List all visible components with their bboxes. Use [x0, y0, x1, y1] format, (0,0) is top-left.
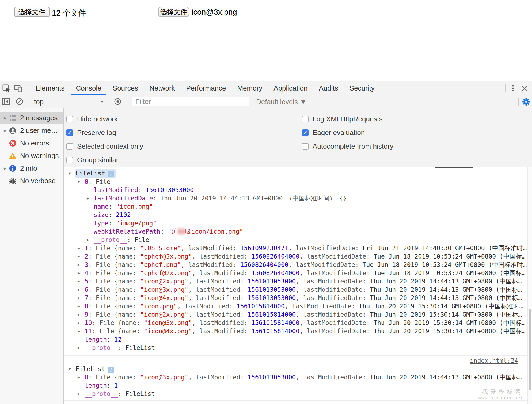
tree-collapse-icon[interactable]: ▼	[69, 365, 71, 373]
live-expression-eye-icon[interactable]	[113, 97, 122, 106]
console-row: ▶__proto__: FileList	[64, 344, 532, 352]
checkbox-label[interactable]: Group similar	[77, 156, 119, 164]
clear-console-icon[interactable]	[15, 97, 24, 106]
choose-files-button[interactable]: 选择文件	[14, 7, 50, 17]
choose-file-button[interactable]: 选择文件	[158, 7, 189, 17]
tree-expand-icon[interactable]: ▶	[78, 286, 80, 294]
setting-row-selected-context-only: Selected context only	[66, 143, 143, 150]
console-entry: index.html:24▼FileListi▶0: File {name: "…	[64, 357, 532, 401]
scrollbar-thumb[interactable]	[529, 309, 531, 390]
console-row: ▶__proto__: File	[64, 236, 532, 244]
filter-input[interactable]: Filter	[132, 97, 249, 106]
watermark-line2: www.5imoban.net	[478, 395, 523, 401]
close-devtools-icon[interactable]	[520, 84, 529, 93]
tab-elements[interactable]: Elements	[30, 81, 70, 95]
tree-expand-icon[interactable]: ▶	[78, 261, 80, 269]
devtools-tabs: ElementsConsoleSourcesNetworkPerformance…	[30, 81, 380, 95]
expander-arrow-icon[interactable]: ▶	[2, 116, 9, 120]
tab-label: Memory	[237, 84, 262, 92]
console-row: ▶10: File {name: "icon@3x.png", lastModi…	[64, 319, 532, 327]
console-entry: ▼FileListi▼0: FilelastModified: 15610130…	[64, 169, 532, 356]
info-icon	[9, 164, 17, 173]
tree-expand-icon[interactable]: ▶	[78, 302, 80, 311]
tab-label: Sources	[113, 84, 138, 92]
tree-expand-icon[interactable]: ▶	[78, 373, 80, 381]
tab-memory[interactable]: Memory	[231, 81, 268, 95]
checkbox-eager-evaluation[interactable]: ✓	[302, 129, 309, 136]
tab-sources[interactable]: Sources	[107, 81, 144, 95]
console-settings-panel: Hide network✓Preserve logSelected contex…	[64, 108, 532, 167]
checkbox-group-similar[interactable]	[66, 157, 73, 163]
sidebar-item-no-errors[interactable]: No errors	[0, 137, 63, 149]
console-main: Hide network✓Preserve logSelected contex…	[64, 108, 532, 404]
checkbox-autocomplete-from-history[interactable]	[302, 143, 309, 150]
console-row: ▶2: File {name: "cphcf@3x.png", lastModi…	[64, 252, 532, 261]
tree-expand-icon[interactable]: ▶	[78, 327, 80, 335]
tree-expand-icon[interactable]: ▶	[87, 194, 89, 203]
tab-network[interactable]: Network	[144, 81, 180, 95]
console-settings-gear-icon[interactable]	[522, 98, 530, 106]
checkbox-label[interactable]: Selected context only	[77, 142, 143, 151]
tree-expand-icon[interactable]: ▶	[87, 236, 89, 244]
more-options-icon[interactable]	[509, 84, 518, 93]
tree-expand-icon[interactable]: ▶	[78, 311, 80, 319]
checkbox-label[interactable]: Hide network	[77, 115, 118, 123]
setting-row-log-xmlhttprequests: Log XMLHttpRequests	[302, 116, 393, 122]
tree-expand-icon[interactable]: ▶	[78, 269, 80, 277]
tree-collapse-icon[interactable]: ▼	[69, 169, 71, 178]
tree-expand-icon[interactable]: ▶	[78, 252, 80, 261]
tree-expand-icon[interactable]: ▶	[78, 319, 80, 327]
tab-label: Audits	[319, 84, 338, 92]
sidebar-item-label: 2 user messages	[20, 126, 61, 135]
tab-application[interactable]: Application	[268, 81, 313, 95]
devtools-body: ▶2 messages▶2 user messagesNo errorsNo w…	[0, 108, 532, 404]
checkbox-log-xmlhttprequests[interactable]	[302, 116, 309, 122]
tree-expand-icon[interactable]: ▶	[78, 244, 80, 252]
console-row: ▶__proto__: FileList	[64, 390, 532, 398]
user-icon	[9, 126, 17, 135]
expander-arrow-icon[interactable]: ▶	[2, 129, 9, 133]
checkbox-selected-context-only[interactable]	[66, 143, 73, 150]
setting-row-preserve-log: ✓Preserve log	[66, 129, 143, 136]
console-row: ▶7: File {name: "icon@4x.png", lastModif…	[64, 294, 532, 302]
sidebar-item-no-warnings[interactable]: No warnings	[0, 149, 63, 162]
show-console-sidebar-icon[interactable]	[2, 97, 10, 106]
console-row: ▶6: File {name: "icon@3x.png", lastModif…	[64, 286, 532, 294]
checkbox-label[interactable]: Eager evaluation	[313, 129, 365, 137]
tab-console[interactable]: Console	[70, 81, 107, 95]
sidebar-item-2-messages[interactable]: ▶2 messages	[0, 112, 63, 124]
console-row: length: 12	[64, 335, 532, 344]
tree-collapse-icon[interactable]: ▼	[78, 178, 80, 186]
console-row: ▶4: File {name: "cphcf@2x.png", lastModi…	[64, 269, 532, 277]
checkbox-preserve-log[interactable]: ✓	[66, 129, 73, 136]
sidebar-item-no-verbose[interactable]: No verbose	[0, 175, 63, 187]
sidebar-item-label: No verbose	[20, 177, 56, 185]
tab-label: Security	[349, 84, 375, 92]
tree-expand-icon[interactable]: ▶	[78, 390, 80, 398]
checkbox-hide-network[interactable]	[66, 116, 73, 122]
console-row: ▶11: File {name: "icon@4x.png", lastModi…	[64, 327, 532, 335]
default-levels-dropdown[interactable]: Default levels ▼	[256, 98, 307, 106]
chevron-down-icon[interactable]: ▼	[100, 99, 104, 104]
checkbox-label[interactable]: Preserve log	[77, 129, 116, 137]
expander-arrow-icon[interactable]: ▶	[2, 166, 9, 170]
checkbox-label[interactable]: Log XMLHttpRequests	[313, 115, 383, 123]
tree-expand-icon[interactable]: ▶	[78, 294, 80, 302]
checkbox-label[interactable]: Autocomplete from history	[313, 142, 393, 151]
tab-audits[interactable]: Audits	[313, 81, 344, 95]
context-selector[interactable]: top	[34, 98, 44, 106]
inspect-element-icon[interactable]	[2, 84, 11, 93]
scrollbar-track[interactable]	[527, 167, 532, 404]
tab-security[interactable]: Security	[344, 81, 380, 95]
console-row: lastModified: 1561013053000	[64, 186, 532, 194]
sidebar-item-2-user-messages[interactable]: ▶2 user messages	[0, 124, 63, 137]
setting-row-eager-evaluation: ✓Eager evaluation	[302, 129, 393, 136]
console-row: ▶lastModifiedDate: Thu Jun 20 2019 14:44…	[64, 194, 532, 203]
device-toolbar-icon[interactable]	[14, 84, 22, 93]
tree-expand-icon[interactable]: ▶	[78, 344, 80, 352]
console-source-link[interactable]: index.html:24	[470, 357, 518, 364]
tree-expand-icon[interactable]: ▶	[78, 277, 80, 286]
console-row: length: 1	[64, 381, 532, 390]
sidebar-item-2-info[interactable]: ▶2 info	[0, 162, 63, 175]
tab-performance[interactable]: Performance	[181, 81, 232, 95]
